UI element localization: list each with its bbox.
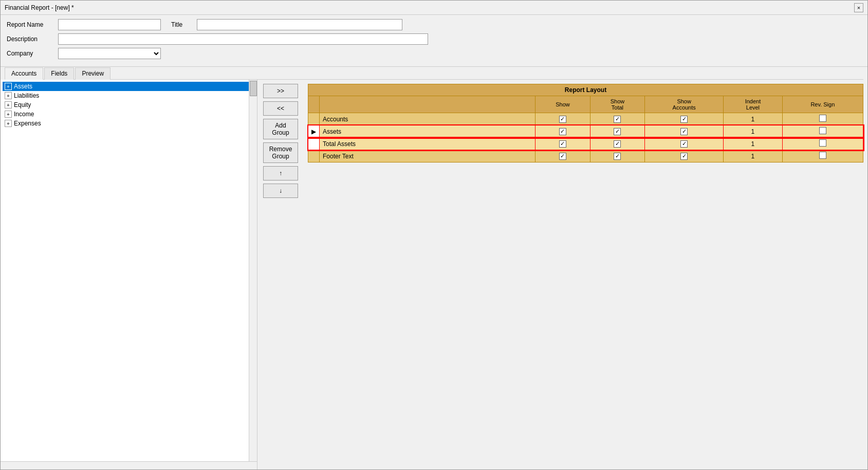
title-input[interactable] (197, 19, 402, 30)
tree-scroll-thumb[interactable] (250, 81, 257, 96)
row-indicator (308, 113, 320, 125)
cell-show_total[interactable] (590, 150, 644, 162)
checkbox-show_total[interactable] (614, 116, 621, 123)
checkbox-show_accounts[interactable] (680, 116, 688, 123)
move-right-button[interactable]: >> (263, 84, 298, 98)
tree-expand-liabilities[interactable]: + (5, 92, 12, 99)
cell-rev-sign[interactable] (782, 113, 863, 125)
checkbox-show[interactable] (559, 116, 566, 123)
tree-item-income[interactable]: + Income (3, 110, 255, 119)
row-name[interactable]: Assets (320, 125, 535, 138)
report-layout-title: Report Layout (308, 84, 863, 96)
right-panel: Report Layout Show ShowTotal ShowAccount… (304, 80, 867, 469)
cell-show_accounts[interactable] (645, 125, 724, 138)
cell-show[interactable] (535, 125, 590, 138)
tree-label-expenses: Expenses (14, 120, 41, 127)
tree-scrollbar[interactable] (249, 80, 257, 461)
checkbox-rev-sign[interactable] (819, 127, 826, 134)
remove-group-label: RemoveGroup (269, 146, 292, 160)
move-down-button[interactable]: ↓ (263, 184, 298, 198)
tree-expand-expenses[interactable]: + (5, 120, 12, 127)
description-row: Description (7, 33, 861, 45)
cell-show[interactable] (535, 150, 590, 162)
tree-area: + Assets + Liabilities + Equity + Income (1, 80, 257, 461)
description-input[interactable] (58, 33, 428, 45)
title-bar: Financial Report - [new] * × (1, 1, 867, 15)
cell-show[interactable] (535, 113, 590, 125)
table-row[interactable]: Accounts1 (308, 113, 863, 125)
remove-group-button[interactable]: RemoveGroup (263, 142, 298, 163)
report-name-label: Report Name (7, 21, 58, 28)
left-panel: + Assets + Liabilities + Equity + Income (1, 80, 257, 469)
table-row[interactable]: Footer Text1 (308, 150, 863, 162)
cell-rev-sign[interactable] (782, 125, 863, 138)
tree-label-equity: Equity (14, 101, 31, 109)
cell-show_accounts[interactable] (645, 150, 724, 162)
cell-indent-level[interactable]: 1 (724, 150, 783, 162)
cell-show_total[interactable] (590, 113, 644, 125)
company-select[interactable] (58, 48, 161, 59)
tab-bar: Accounts Fields Preview (5, 67, 863, 80)
title-label: Title (171, 21, 197, 28)
tree-expand-income[interactable]: + (5, 111, 12, 118)
checkbox-show[interactable] (559, 140, 566, 148)
checkbox-rev-sign[interactable] (819, 152, 826, 159)
tab-preview[interactable]: Preview (75, 67, 110, 80)
checkbox-rev-sign[interactable] (819, 115, 826, 122)
company-row: Company (7, 48, 861, 59)
cell-rev-sign[interactable] (782, 150, 863, 162)
tab-fields[interactable]: Fields (44, 67, 74, 80)
tree-expand-assets[interactable]: + (5, 83, 12, 90)
cell-show[interactable] (535, 138, 590, 150)
cell-rev-sign[interactable] (782, 138, 863, 150)
add-group-button[interactable]: AddGroup (263, 119, 298, 139)
row-indicator: ▶ (308, 125, 320, 138)
cell-show_accounts[interactable] (645, 113, 724, 125)
col-show: Show (535, 96, 590, 113)
tree-item-expenses[interactable]: + Expenses (3, 119, 255, 128)
col-show-total: ShowTotal (590, 96, 644, 113)
cell-show_accounts[interactable] (645, 138, 724, 150)
row-name[interactable]: Total Assets (320, 138, 535, 150)
col-show-accounts: ShowAccounts (645, 96, 724, 113)
tabs-area: Accounts Fields Preview (1, 67, 867, 80)
row-name[interactable]: Accounts (320, 113, 535, 125)
company-label: Company (7, 50, 58, 57)
report-name-row: Report Name Title (7, 19, 861, 30)
tree-item-equity[interactable]: + Equity (3, 100, 255, 110)
cell-indent-level[interactable]: 1 (724, 113, 783, 125)
tree-expand-equity[interactable]: + (5, 101, 12, 109)
move-up-button[interactable]: ↑ (263, 166, 298, 180)
checkbox-show_total[interactable] (614, 140, 621, 148)
cell-indent-level[interactable]: 1 (724, 138, 783, 150)
checkbox-rev-sign[interactable] (819, 139, 826, 147)
table-row[interactable]: Total Assets1 (308, 138, 863, 150)
table-row[interactable]: ▶Assets1 (308, 125, 863, 138)
checkbox-show[interactable] (559, 153, 566, 160)
checkbox-show_accounts[interactable] (680, 140, 688, 148)
cell-show_total[interactable] (590, 125, 644, 138)
cell-show_total[interactable] (590, 138, 644, 150)
move-left-button[interactable]: << (263, 101, 298, 116)
add-group-label: AddGroup (272, 122, 289, 136)
main-content: + Assets + Liabilities + Equity + Income (1, 80, 867, 469)
col-name (320, 96, 535, 113)
checkbox-show_accounts[interactable] (680, 128, 688, 135)
col-indent-level: IndentLevel (724, 96, 783, 113)
close-button[interactable]: × (854, 3, 863, 12)
tree-label-assets: Assets (14, 83, 32, 90)
report-name-input[interactable] (58, 19, 161, 30)
middle-panel: >> << AddGroup RemoveGroup ↑ ↓ (257, 80, 304, 469)
report-layout-table: Report Layout Show ShowTotal ShowAccount… (308, 84, 863, 162)
form-area: Report Name Title Description Company (1, 15, 867, 67)
checkbox-show_total[interactable] (614, 128, 621, 135)
tree-item-assets[interactable]: + Assets (3, 82, 255, 91)
left-panel-hscroll[interactable] (1, 461, 257, 469)
tab-accounts[interactable]: Accounts (5, 67, 43, 80)
checkbox-show_accounts[interactable] (680, 153, 688, 160)
row-name[interactable]: Footer Text (320, 150, 535, 162)
cell-indent-level[interactable]: 1 (724, 125, 783, 138)
tree-item-liabilities[interactable]: + Liabilities (3, 91, 255, 100)
checkbox-show_total[interactable] (614, 153, 621, 160)
checkbox-show[interactable] (559, 128, 566, 135)
